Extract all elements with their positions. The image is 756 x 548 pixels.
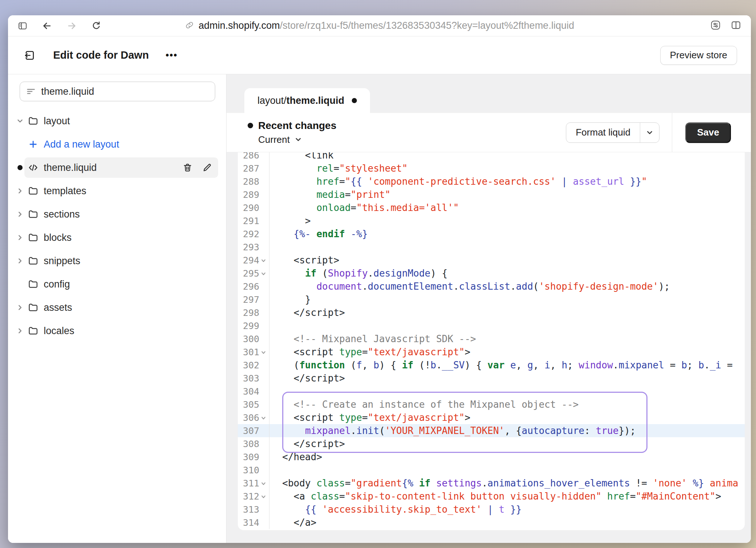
gutter-313[interactable]: 313 [238, 503, 269, 516]
gutter-307[interactable]: 307 [238, 424, 269, 437]
gutter-294[interactable]: 294 [238, 254, 269, 267]
tab-layout-theme-liquid[interactable]: layout/theme.liquid [244, 88, 370, 113]
chevron-right-icon[interactable] [16, 234, 24, 242]
code-line-304[interactable]: 304 [238, 385, 745, 398]
code-line-309[interactable]: 309</head> [238, 450, 745, 463]
code-line-301[interactable]: 301 <script type="text/javascript"> [238, 345, 745, 359]
gutter-308[interactable]: 308 [238, 437, 269, 450]
code-line-296[interactable]: 296 document.documentElement.classList.a… [238, 280, 745, 293]
code-line-307[interactable]: 307 mixpanel.init('YOUR_MIXPANEL_TOKEN',… [238, 424, 745, 437]
gutter-292[interactable]: 292 [238, 227, 269, 240]
chevron-right-icon[interactable] [16, 210, 24, 218]
code-line-290[interactable]: 290 onload="this.media='all'" [238, 201, 745, 214]
code-line-308[interactable]: 308 </script> [238, 437, 745, 450]
code-line-314[interactable]: 314 </a> [238, 516, 745, 529]
gutter-314[interactable]: 314 [238, 516, 269, 529]
chevron-right-icon[interactable] [16, 257, 24, 265]
fold-chevron-icon[interactable] [260, 494, 267, 501]
code-line-287[interactable]: 287 rel="stylesheet" [238, 162, 745, 175]
gutter-309[interactable]: 309 [238, 450, 269, 463]
sidebar-item-layout[interactable]: layout [8, 109, 226, 133]
code-line-311[interactable]: 311<body class="gradient{% if settings.a… [238, 477, 745, 490]
fold-chevron-icon[interactable] [260, 271, 267, 278]
gutter-302[interactable]: 302 [238, 359, 269, 372]
gutter-290[interactable]: 290 [238, 201, 269, 214]
gutter-303[interactable]: 303 [238, 372, 269, 385]
gutter-312[interactable]: 312 [238, 490, 269, 503]
back-icon[interactable] [42, 20, 52, 31]
gutter-295[interactable]: 295 [238, 267, 269, 280]
sidebar-item-assets[interactable]: assets [8, 296, 226, 319]
format-liquid-button[interactable]: Format liquid [566, 122, 659, 143]
code-line-293[interactable]: 293 [238, 240, 745, 254]
gutter-310[interactable]: 310 [238, 463, 269, 477]
fold-chevron-icon[interactable] [260, 481, 267, 488]
gutter-286[interactable]: 286 [238, 152, 269, 162]
gutter-311[interactable]: 311 [238, 477, 269, 490]
preview-store-button[interactable]: Preview store [660, 46, 737, 65]
code-editor[interactable]: 286 <link287 rel="stylesheet"288 href="{… [238, 152, 745, 530]
code-line-299[interactable]: 299 [238, 319, 745, 332]
code-line-298[interactable]: 298 </script> [238, 306, 745, 319]
code-line-303[interactable]: 303 </script> [238, 372, 745, 385]
sidebar-item-sections[interactable]: sections [8, 203, 226, 226]
gutter-291[interactable]: 291 [238, 214, 269, 227]
code-line-286[interactable]: 286 <link [238, 152, 745, 162]
sidebar-item-config[interactable]: config [8, 273, 226, 296]
code-line-313[interactable]: 313 {{ 'accessibility.skip_to_text' | t … [238, 503, 745, 516]
chevron-down-icon[interactable] [640, 123, 659, 142]
gutter-287[interactable]: 287 [238, 162, 269, 175]
gutter-293[interactable]: 293 [238, 240, 269, 254]
gutter-300[interactable]: 300 [238, 332, 269, 345]
more-options-button[interactable]: ••• [166, 50, 178, 61]
save-button[interactable]: Save [685, 122, 731, 143]
sidebar-toggle-icon[interactable] [17, 21, 28, 31]
gutter-298[interactable]: 298 [238, 306, 269, 319]
gutter-304[interactable]: 304 [238, 385, 269, 398]
reload-icon[interactable] [91, 20, 102, 31]
chevron-right-icon[interactable] [16, 327, 24, 335]
gutter-301[interactable]: 301 [238, 345, 269, 359]
fold-chevron-icon[interactable] [260, 415, 267, 423]
gutter-305[interactable]: 305 [238, 398, 269, 411]
code-line-289[interactable]: 289 media="print" [238, 188, 745, 201]
search-input[interactable] [41, 86, 209, 97]
sidebar-item-locales[interactable]: locales [8, 319, 226, 342]
sidebar-item-add-a-new-layout[interactable]: Add a new layout [8, 133, 226, 156]
version-dropdown[interactable]: Current [258, 134, 566, 145]
chevron-right-icon[interactable] [16, 187, 24, 195]
address-bar[interactable]: admin.shopify.com/store/rzq1xu-f5/themes… [185, 15, 574, 36]
extensions-icon[interactable] [710, 20, 721, 32]
exit-editor-icon[interactable] [23, 49, 36, 62]
fold-chevron-icon[interactable] [260, 258, 267, 265]
split-view-icon[interactable] [731, 20, 741, 32]
trash-icon[interactable] [182, 163, 193, 173]
code-line-291[interactable]: 291 > [238, 214, 745, 227]
file-search-box[interactable] [20, 82, 215, 101]
code-line-306[interactable]: 306 <script type="text/javascript"> [238, 411, 745, 424]
gutter-288[interactable]: 288 [238, 175, 269, 188]
gutter-306[interactable]: 306 [238, 411, 269, 424]
code-line-300[interactable]: 300 <!-- Mixpanel Javascript SDK --> [238, 332, 745, 345]
code-line-288[interactable]: 288 href="{{ 'component-predictive-searc… [238, 175, 745, 188]
gutter-296[interactable]: 296 [238, 280, 269, 293]
code-line-305[interactable]: 305 <!-- Create an instance of the Mixpa… [238, 398, 745, 411]
code-line-310[interactable]: 310 [238, 463, 745, 477]
forward-icon[interactable] [66, 20, 77, 31]
code-line-312[interactable]: 312 <a class="skip-to-content-link butto… [238, 490, 745, 503]
chevron-right-icon[interactable] [16, 304, 24, 312]
chevron-down-icon[interactable] [16, 117, 24, 125]
code-line-292[interactable]: 292 {%- endif -%} [238, 227, 745, 240]
code-line-302[interactable]: 302 (function (f, b) { if (!b.__SV) { va… [238, 359, 745, 372]
code-line-294[interactable]: 294 <script> [238, 254, 745, 267]
code-line-297[interactable]: 297 } [238, 293, 745, 306]
sidebar-item-blocks[interactable]: blocks [8, 226, 226, 249]
sidebar-item-snippets[interactable]: snippets [8, 249, 226, 273]
pencil-icon[interactable] [202, 163, 212, 173]
gutter-289[interactable]: 289 [238, 188, 269, 201]
fold-chevron-icon[interactable] [260, 349, 267, 357]
gutter-299[interactable]: 299 [238, 319, 269, 332]
code-line-295[interactable]: 295 if (Shopify.designMode) { [238, 267, 745, 280]
sidebar-item-theme-liquid[interactable]: theme.liquid [8, 156, 226, 179]
sidebar-item-templates[interactable]: templates [8, 179, 226, 203]
